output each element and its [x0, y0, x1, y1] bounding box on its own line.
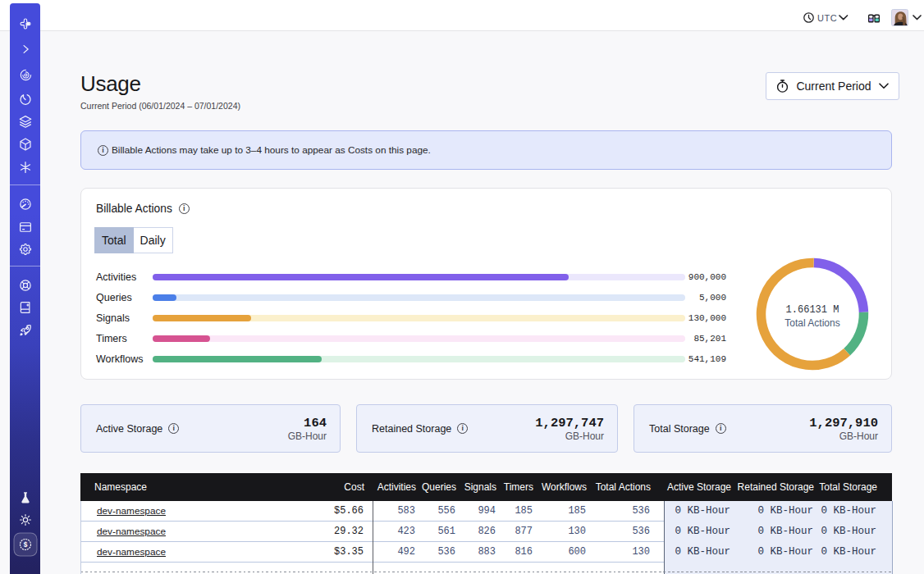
svg-text:$: $ [23, 540, 27, 548]
